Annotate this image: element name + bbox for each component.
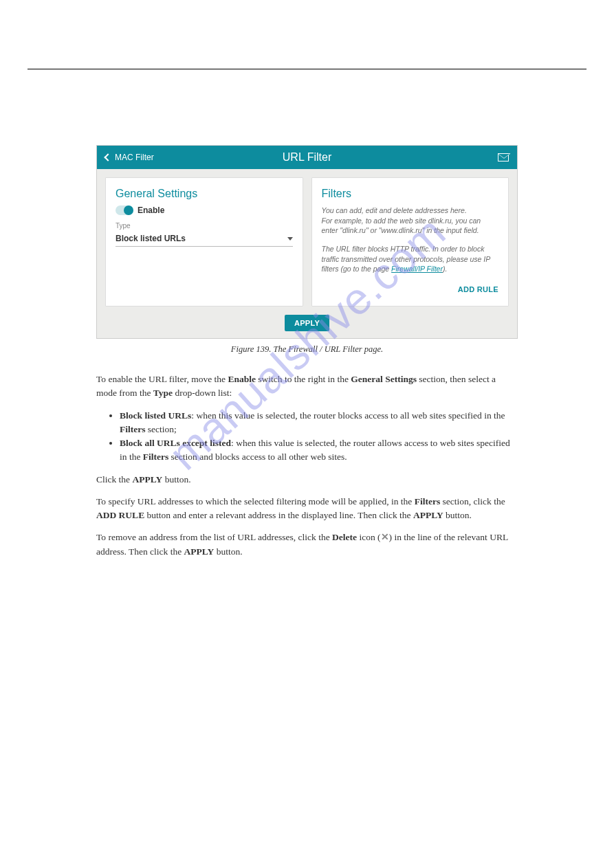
page-title: URL Filter <box>283 151 331 164</box>
help-line-2: For example, to add the web site dlink.r… <box>322 216 481 235</box>
chevron-left-icon <box>104 153 111 161</box>
apply-button[interactable]: APPLY <box>285 315 329 331</box>
bullet-2: Block all URLs except listed: when this … <box>120 436 518 465</box>
filters-help-text: You can add, edit and delete addresses h… <box>322 205 499 236</box>
back-label: MAC Filter <box>115 153 154 162</box>
doc-body: To enable the URL filter, move the Enabl… <box>96 372 518 559</box>
type-value: Block listed URLs <box>116 234 186 243</box>
app-header: MAC Filter URL Filter <box>97 146 517 169</box>
screenshot-frame: MAC Filter URL Filter General Settings E… <box>96 145 518 339</box>
bullet-1: Block listed URLs: when this value is se… <box>120 409 518 437</box>
filters-help-text-2: The URL filter blocks HTTP traffic. In o… <box>322 244 499 274</box>
enable-toggle[interactable] <box>116 205 133 215</box>
chevron-down-icon <box>287 237 293 241</box>
help-line-1: You can add, edit and delete addresses h… <box>322 206 467 214</box>
type-select[interactable]: Block listed URLs <box>116 230 293 247</box>
filters-heading: Filters <box>322 188 499 200</box>
type-field-label: Type <box>116 222 293 230</box>
filters-card: Filters You can add, edit and delete add… <box>311 177 509 307</box>
paragraph-3: To specify URL addresses to which the se… <box>96 495 518 523</box>
add-rule-button[interactable]: ADD RULE <box>458 285 498 293</box>
firewall-ip-filter-link[interactable]: Firewall/IP Filter <box>391 265 443 273</box>
figure-caption: Figure 139. The Firewall / URL Filter pa… <box>96 344 518 355</box>
delete-x-icon: ✕ <box>381 532 389 542</box>
paragraph-1: To enable the URL filter, move the Enabl… <box>96 372 518 401</box>
paragraph-4: To remove an address from the list of UR… <box>96 531 518 559</box>
mail-icon[interactable] <box>498 153 509 162</box>
back-button[interactable]: MAC Filter <box>105 153 154 162</box>
general-settings-card: General Settings Enable Type Block liste… <box>105 177 303 307</box>
general-settings-heading: General Settings <box>116 188 293 200</box>
toggle-knob <box>124 205 133 215</box>
help-line-3b: ). <box>443 265 447 273</box>
enable-label: Enable <box>138 205 164 215</box>
paragraph-2: Click the APPLY button. <box>96 473 518 487</box>
